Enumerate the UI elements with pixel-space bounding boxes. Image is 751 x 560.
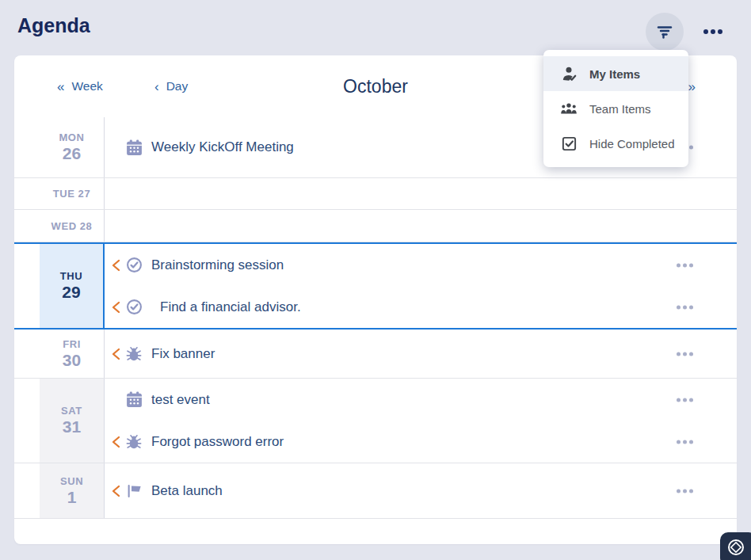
bug-icon [124, 345, 143, 364]
event-title: Weekly KickOff Meeting [151, 139, 294, 155]
event-title: Fix banner [151, 346, 215, 362]
ellipsis-icon [675, 489, 694, 493]
date-number: 30 [63, 351, 81, 370]
event-item[interactable]: Beta launch [105, 463, 737, 518]
page-title: Agenda [17, 14, 90, 37]
menu-item-team-items[interactable]: Team Items [543, 91, 688, 126]
event-menu-button[interactable] [672, 394, 697, 405]
ellipsis-icon [675, 440, 694, 444]
event-title: test event [151, 392, 210, 408]
agenda-rows: MON26Weekly KickOff MeetingTUE27WED28THU… [14, 117, 737, 519]
calendar-icon [124, 390, 143, 410]
weekday-label: SAT [61, 405, 82, 417]
weekday-label: THU [60, 270, 83, 282]
event-menu-button[interactable] [672, 302, 697, 312]
overdue-chevron-icon [112, 436, 124, 448]
overdue-chevron-icon [112, 301, 124, 314]
date-number: 26 [63, 144, 81, 163]
double-chevron-right-icon: » [688, 79, 696, 94]
bug-icon [124, 432, 143, 451]
day-events [105, 210, 737, 242]
event-title: Forgot password error [151, 434, 284, 450]
day-cell-mon: MON26 [40, 117, 105, 177]
help-widget[interactable] [720, 532, 751, 560]
event-title: Beta launch [151, 483, 223, 499]
event-menu-button[interactable] [672, 260, 697, 270]
menu-item-label: Team Items [589, 102, 651, 116]
event-item[interactable]: Fix banner [105, 330, 737, 378]
filter-menu: My ItemsTeam ItemsHide Completed [543, 50, 688, 167]
day-cell-fri: FRI30 [40, 330, 105, 378]
lifebuoy-icon [726, 538, 745, 560]
event-menu-button[interactable] [672, 486, 697, 496]
day-cell-sat: SAT31 [40, 379, 105, 463]
weekday-label: TUE [53, 188, 75, 200]
menu-item-hide-completed[interactable]: Hide Completed [543, 126, 688, 161]
ellipsis-icon [675, 263, 694, 267]
ellipsis-icon [675, 398, 694, 402]
user-check-icon [560, 65, 578, 82]
event-menu-button[interactable] [672, 349, 697, 359]
agenda-row-sun: SUN1Beta launch [14, 463, 737, 519]
weekday-label: MON [59, 131, 84, 143]
event-item[interactable]: Find a financial advisor. [105, 286, 737, 328]
event-item[interactable]: Forgot password error [105, 421, 737, 463]
filter-icon [654, 21, 675, 42]
agenda-row-thu: THU29Brainstorming sessionFind a financi… [14, 242, 737, 330]
check-circle-icon [124, 256, 143, 275]
day-events: Fix banner [105, 330, 737, 378]
date-number: 1 [67, 488, 77, 507]
ellipsis-icon [703, 29, 724, 34]
check-circle-icon [124, 298, 143, 317]
date-number: 31 [63, 417, 81, 436]
agenda-row-tue: TUE27 [14, 178, 737, 210]
event-menu-button[interactable] [672, 436, 697, 447]
day-events: Brainstorming sessionFind a financial ad… [105, 244, 737, 328]
overdue-chevron-icon [112, 485, 124, 497]
date-number: 29 [62, 283, 80, 302]
menu-item-label: My Items [589, 67, 640, 81]
day-events: test eventForgot password error [105, 379, 737, 463]
overdue-chevron-icon [112, 259, 124, 272]
menu-item-my-items[interactable]: My Items [543, 56, 688, 91]
day-events: Beta launch [105, 463, 737, 518]
agenda-screen: Agenda « Week ‹ Day October » MON26Weekl… [0, 0, 751, 560]
agenda-row-wed: WED28 [14, 210, 737, 242]
checkbox-checked-icon [560, 135, 578, 152]
weekday-label: FRI [63, 338, 81, 350]
agenda-row-fri: FRI30Fix banner [14, 330, 737, 379]
day-cell-thu: THU29 [40, 244, 105, 328]
more-options-button[interactable] [699, 21, 727, 43]
event-title: Brainstorming session [151, 257, 284, 273]
next-week-button[interactable]: » [688, 79, 696, 95]
filter-button[interactable] [646, 13, 684, 51]
ellipsis-icon [675, 305, 694, 309]
weekday-label: SUN [60, 475, 83, 487]
event-title: Find a financial advisor. [160, 299, 301, 315]
team-icon [560, 100, 578, 117]
menu-item-label: Hide Completed [589, 137, 675, 150]
date-number: 27 [78, 188, 91, 200]
agenda-row-sat: SAT31test eventForgot password error [14, 379, 737, 463]
date-number: 28 [80, 220, 93, 232]
event-item[interactable]: Brainstorming session [105, 244, 737, 286]
weekday-label: WED [51, 220, 77, 232]
day-cell-sun: SUN1 [40, 463, 105, 518]
day-events [105, 178, 737, 209]
ellipsis-icon [675, 352, 694, 356]
event-item[interactable]: test event [105, 379, 737, 421]
day-cell-tue: TUE27 [40, 178, 105, 209]
day-cell-wed: WED28 [40, 210, 105, 242]
calendar-icon [124, 138, 143, 157]
flag-icon [124, 482, 143, 501]
overdue-chevron-icon [112, 348, 124, 360]
